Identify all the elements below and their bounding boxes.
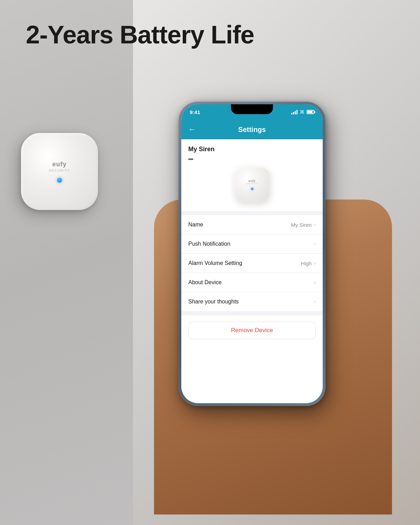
chevron-about: › <box>314 279 316 286</box>
settings-label-alarm: Alarm Volume Setting <box>188 260 242 266</box>
wall-device: eufy SECURITY <box>21 133 98 210</box>
settings-label-about: About Device <box>188 279 222 286</box>
settings-list: Name My Siren › Push Notification › <box>181 215 323 311</box>
status-time: 9:41 <box>190 109 200 115</box>
settings-value-about: › <box>314 279 316 286</box>
settings-label-share: Share your thoughts <box>188 299 239 305</box>
settings-item-about[interactable]: About Device › <box>181 273 323 292</box>
battery-fill <box>308 111 313 113</box>
device-name: My Siren <box>188 146 215 153</box>
signal-icon <box>291 110 298 114</box>
scene: 2-Years Battery Life eufy SECURITY 9:41 <box>0 0 420 525</box>
chevron-share: › <box>314 299 316 305</box>
phone-screen: 9:41 ⌘ <box>181 104 323 403</box>
settings-item-name[interactable]: Name My Siren › <box>181 215 323 234</box>
header-title: Settings <box>238 126 266 134</box>
settings-item-push-notification[interactable]: Push Notification › <box>181 234 323 254</box>
app-header: ← Settings <box>181 120 323 139</box>
phone-wrapper: 9:41 ⌘ <box>178 102 326 406</box>
status-bar: 9:41 ⌘ <box>181 104 323 120</box>
device-image-container: eufy SECURITY <box>188 161 316 205</box>
battery-status-icon: ▬ <box>188 155 193 161</box>
phone-outer: 9:41 ⌘ <box>178 102 326 406</box>
page-title: 2-Years Battery Life <box>0 21 280 49</box>
title-area: 2-Years Battery Life <box>0 21 280 49</box>
settings-value-share: › <box>314 299 316 305</box>
device-led <box>57 178 62 183</box>
remove-device-button[interactable]: Remove Device <box>188 322 316 339</box>
chevron-alarm: › <box>314 260 316 266</box>
settings-label-name: Name <box>188 222 203 228</box>
settings-value-push: › <box>314 241 316 247</box>
settings-label-push: Push Notification <box>188 241 230 247</box>
signal-bar-4 <box>296 110 298 114</box>
remove-section: Remove Device <box>181 315 323 345</box>
back-button[interactable]: ← <box>188 125 196 134</box>
wifi-icon: ⌘ <box>300 109 304 115</box>
device-body: eufy SECURITY <box>21 133 98 210</box>
battery-icon <box>307 110 314 114</box>
device-brand: eufy <box>52 161 66 168</box>
chevron-name: › <box>314 222 316 228</box>
device-name-row: My Siren <box>188 146 316 153</box>
device-thumbnail: eufy SECURITY <box>234 167 270 202</box>
settings-value-alarm: High › <box>301 260 316 266</box>
name-value: My Siren <box>291 222 312 228</box>
settings-item-alarm-volume[interactable]: Alarm Volume Setting High › <box>181 254 323 273</box>
background-left <box>0 0 133 525</box>
settings-value-name: My Siren › <box>291 222 316 228</box>
device-img-sub: SECURITY <box>246 183 258 185</box>
signal-bar-1 <box>291 113 292 114</box>
device-img-led <box>251 188 253 190</box>
device-img-brand: eufy <box>248 179 256 183</box>
device-subtitle: SECURITY <box>49 169 70 172</box>
app-content: My Siren ▬ eufy SECURITY <box>181 139 323 345</box>
alarm-volume-value: High <box>301 260 312 266</box>
status-icons: ⌘ <box>291 109 314 115</box>
settings-item-share[interactable]: Share your thoughts › <box>181 292 323 311</box>
device-section: My Siren ▬ eufy SECURITY <box>181 139 323 211</box>
signal-bar-3 <box>295 111 296 114</box>
hand-phone-area: 9:41 ⌘ <box>136 94 410 514</box>
chevron-push: › <box>314 241 316 247</box>
signal-bar-2 <box>293 112 294 114</box>
notch <box>231 104 273 114</box>
